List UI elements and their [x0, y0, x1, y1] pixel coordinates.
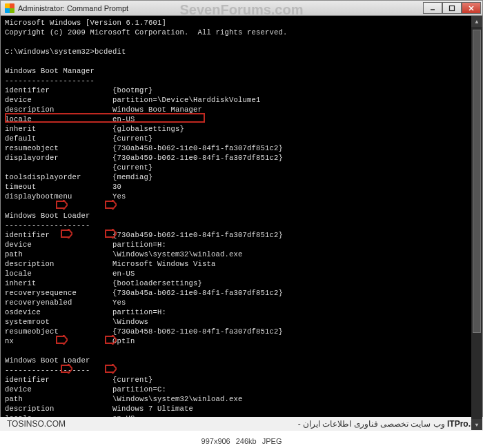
l1-nx: nx OptIn	[5, 337, 135, 345]
section-underline: --------------------	[5, 77, 95, 85]
l1-path: path \Windows\system32\winload.exe	[5, 250, 243, 258]
mgr-identifier: identifier {bootmgr}	[5, 86, 153, 94]
scroll-down-icon[interactable]: ▼	[471, 419, 482, 430]
cmd-icon	[5, 3, 14, 13]
section-boot-loader2-title: Windows Boot Loader	[5, 356, 90, 365]
site-tagline: - وب سایت تخصصی فناوری اطلاعات ایران	[298, 419, 445, 429]
minimize-button[interactable]	[423, 2, 442, 14]
scrollbar[interactable]: ▲ ▼	[471, 16, 482, 430]
l1-description: description Microsoft Windows Vista	[5, 260, 216, 268]
image-dimensions: 997x906	[201, 437, 230, 445]
l1-device: device partition=H:	[5, 241, 166, 249]
console-output[interactable]: Microsoft Windows [Version 6.1.7601] Cop…	[1, 16, 482, 430]
mgr-displayorder2: {current}	[5, 163, 153, 172]
l1-osdevice: osdevice partition=H:	[5, 308, 166, 316]
l1-recoverysequence: recoverysequence {730ab45a-b062-11e0-84f…	[5, 289, 283, 297]
l2-identifier: identifier {current}	[5, 376, 153, 384]
scroll-up-icon[interactable]: ▲	[471, 16, 482, 27]
section-boot-loader1-title: Windows Boot Loader	[5, 212, 90, 220]
mgr-description: description Windows Boot Manager	[5, 105, 202, 114]
mgr-timeout: timeout 30	[5, 183, 121, 191]
image-type: JPEG	[262, 437, 282, 445]
section-underline: -------------------	[5, 221, 90, 230]
copyright-line: Copyright (c) 2009 Microsoft Corporation…	[5, 28, 288, 37]
svg-rect-1	[450, 6, 455, 10]
mgr-locale: locale en-US	[5, 115, 135, 123]
image-size: 246kb	[236, 437, 257, 445]
l2-device: device partition=C:	[5, 385, 166, 394]
l1-inherit: inherit {bootloadersettings}	[5, 279, 202, 287]
l1-systemroot: systemroot \Windows	[5, 318, 148, 326]
footer-branding-bar: TOSINSO.COM - وب سایت تخصصی فناوری اطلاع…	[0, 417, 483, 431]
mgr-inherit: inherit {globalsettings}	[5, 125, 184, 133]
section-underline: -------------------	[5, 366, 90, 374]
command-prompt-window: Administrator: Command Prompt SevenForum…	[0, 0, 483, 431]
mgr-default: default {current}	[5, 134, 153, 143]
l1-locale: locale en-US	[5, 269, 135, 278]
l2-description: description Windows 7 Ultimate	[5, 405, 193, 413]
version-line: Microsoft Windows [Version 6.1.7601]	[5, 19, 166, 27]
window-title: Administrator: Command Prompt	[18, 4, 128, 12]
l1-identifier: identifier {730ab459-b062-11e0-84f1-fa30…	[5, 231, 283, 239]
mgr-resumeobject: resumeobject {730ab458-b062-11e0-84f1-fa…	[5, 144, 283, 152]
image-file-info: 997x906 246kb JPEG	[0, 434, 483, 448]
window-titlebar[interactable]: Administrator: Command Prompt	[1, 1, 482, 16]
maximize-button[interactable]	[442, 2, 462, 14]
l1-recoveryenabled: recoveryenabled Yes	[5, 298, 126, 307]
prompt-bcdedit: C:\Windows\system32>bcdedit	[5, 48, 126, 56]
close-button[interactable]	[462, 2, 481, 14]
mgr-device: device partition=\Device\HarddiskVolume1	[5, 96, 261, 104]
l1-resumeobject: resumeobject {730ab458-b062-11e0-84f1-fa…	[5, 327, 283, 336]
mgr-displayorder: displayorder {730ab459-b062-11e0-84f1-fa…	[5, 154, 283, 162]
mgr-toolsdisplayorder: toolsdisplayorder {memdiag}	[5, 173, 153, 181]
tosinso-watermark: TOSINSO.COM	[7, 419, 66, 429]
scrollbar-thumb[interactable]	[473, 30, 481, 333]
mgr-displaybootmenu: displaybootmenu Yes	[5, 192, 126, 201]
section-boot-manager-title: Windows Boot Manager	[5, 67, 95, 75]
l2-path: path \Windows\system32\winload.exe	[5, 395, 243, 403]
